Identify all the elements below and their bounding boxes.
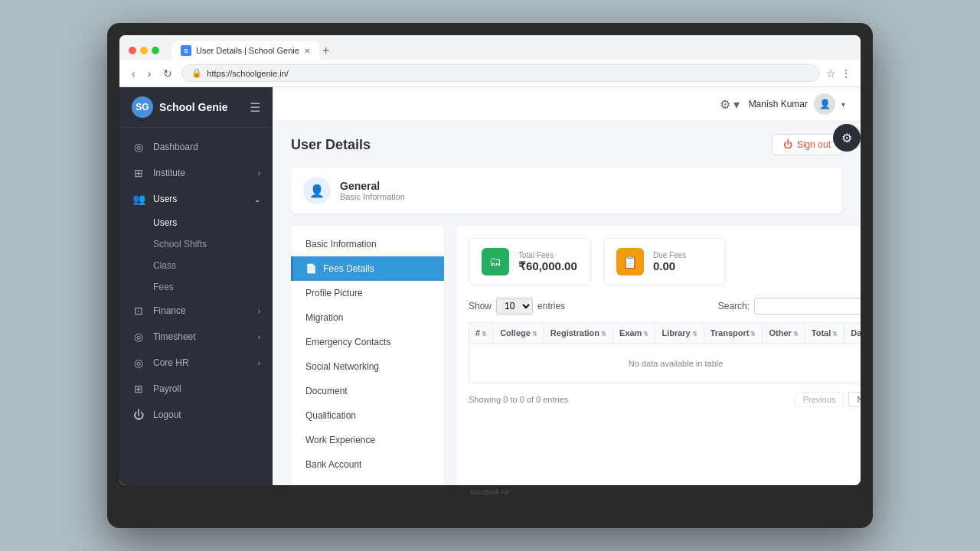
- entries-label: entries: [537, 301, 565, 311]
- col-total: Total⇅: [805, 323, 844, 344]
- sidebar-item-timesheet[interactable]: ◎ Timesheet ›: [119, 324, 273, 350]
- settings-icon: ⚙: [720, 97, 730, 112]
- timesheet-icon: ◎: [132, 331, 145, 343]
- table-footer: Showing 0 to 0 of 0 entries Previous Nex…: [469, 392, 861, 407]
- sidebar-item-logout[interactable]: ⏻ Logout: [119, 402, 273, 428]
- prev-button[interactable]: Previous: [795, 392, 844, 407]
- institute-icon: ⊞: [132, 167, 145, 179]
- address-bar[interactable]: 🔒 https://schoolgenie.in/: [181, 64, 820, 82]
- signout-label: Sign out: [797, 139, 831, 150]
- minimize-button[interactable]: [140, 47, 148, 54]
- user-banner: 👤 General Basic Information: [291, 168, 842, 214]
- sidebar-item-institute[interactable]: ⊞ Institute ›: [119, 160, 273, 186]
- menu-item-document[interactable]: Document: [291, 379, 444, 403]
- settings-button[interactable]: ⚙ ▾: [720, 97, 740, 112]
- fees-table: #⇅ College⇅ Registration⇅: [469, 322, 861, 384]
- finance-chevron: ›: [258, 307, 260, 315]
- browser-tab[interactable]: S User Details | School Genie ✕: [172, 41, 319, 60]
- menu-item-profile-picture[interactable]: Profile Picture: [291, 281, 444, 305]
- maximize-button[interactable]: [152, 47, 159, 54]
- signout-button[interactable]: ⏻ Sign out: [772, 134, 842, 155]
- social-networking-label: Social Networking: [305, 361, 379, 372]
- search-input[interactable]: [754, 298, 861, 315]
- new-tab-button[interactable]: +: [322, 44, 329, 57]
- fees-label: Fees: [153, 282, 174, 292]
- next-button[interactable]: Next: [848, 392, 861, 407]
- sidebar-label-institute: Institute: [153, 168, 185, 178]
- pagination: Previous Next: [795, 392, 861, 407]
- sidebar-item-users[interactable]: 👥 Users ⌄: [119, 186, 273, 212]
- back-button[interactable]: ‹: [129, 66, 139, 81]
- user-banner-avatar: 👤: [303, 177, 331, 204]
- url-text: https://schoolgenie.in/: [207, 69, 288, 78]
- user-banner-sub: Basic Information: [340, 192, 405, 201]
- sidebar-item-fees[interactable]: Fees: [119, 276, 273, 298]
- users-chevron: ⌄: [254, 195, 260, 204]
- total-fees-card: 🗂 Total Fees ₹60,000.00: [469, 238, 591, 285]
- menu-item-basic-info[interactable]: Basic Information: [291, 232, 444, 256]
- bookmark-icon[interactable]: ☆: [826, 67, 836, 80]
- institute-chevron: ›: [258, 169, 260, 178]
- class-label: Class: [153, 260, 176, 271]
- sidebar-item-dashboard[interactable]: ◎ Dashboard: [119, 134, 273, 160]
- sidebar-label-timesheet: Timesheet: [153, 331, 196, 342]
- no-data-cell: No data available in table: [469, 344, 861, 384]
- dashboard-icon: ◎: [132, 141, 145, 153]
- refresh-button[interactable]: ↻: [160, 66, 175, 81]
- menu-item-change-password[interactable]: Change Password: [291, 477, 444, 485]
- payroll-icon: ⊞: [132, 383, 145, 395]
- document-label: Document: [305, 386, 348, 396]
- sidebar-label-logout: Logout: [153, 409, 181, 420]
- tab-close-button[interactable]: ✕: [304, 47, 310, 55]
- sidebar-item-class[interactable]: Class: [119, 255, 273, 276]
- main-content: ⚙ ▾ Manish Kumar 👤 ▾ User Details ⏻: [273, 87, 861, 485]
- change-password-label: Change Password: [305, 484, 381, 485]
- sidebar-item-core-hr[interactable]: ◎ Core HR ›: [119, 350, 273, 376]
- entries-select[interactable]: 10 25 50: [496, 298, 533, 315]
- more-icon[interactable]: ⋮: [841, 67, 851, 80]
- user-name: Manish Kumar: [749, 99, 808, 109]
- sidebar: SG School Genie ☰ ◎ Dashboard ⊞ Institut…: [119, 87, 273, 485]
- due-fees-value: 0.00: [653, 259, 686, 272]
- sidebar-item-payroll[interactable]: ⊞ Payroll: [119, 376, 273, 402]
- logout-icon: ⏻: [132, 409, 145, 421]
- menu-item-qualification[interactable]: Qualification: [291, 403, 444, 428]
- forward-button[interactable]: ›: [145, 66, 155, 81]
- search-label: Search:: [718, 301, 750, 311]
- timesheet-chevron: ›: [258, 333, 260, 341]
- fees-details-label: Fees Details: [323, 263, 374, 274]
- close-button[interactable]: [129, 47, 136, 54]
- fees-details-icon: 📄: [305, 263, 317, 274]
- bank-account-label: Bank Account: [305, 459, 361, 470]
- menu-item-social-networking[interactable]: Social Networking: [291, 354, 444, 379]
- users-icon: 👥: [132, 193, 145, 205]
- profile-picture-label: Profile Picture: [305, 288, 363, 298]
- tab-title: User Details | School Genie: [196, 46, 299, 55]
- table-controls: Show 10 25 50 entries Search:: [469, 298, 861, 315]
- sidebar-label-core-hr: Core HR: [153, 357, 189, 368]
- sidebar-item-users-sub[interactable]: Users: [119, 212, 273, 233]
- menu-item-work-experience[interactable]: Work Experience: [291, 428, 444, 452]
- col-other: Other⇅: [763, 323, 805, 344]
- menu-item-fees-details[interactable]: 📄 Fees Details: [291, 256, 444, 281]
- sidebar-item-school-shifts[interactable]: School Shifts: [119, 233, 273, 255]
- sidebar-label-dashboard: Dashboard: [153, 142, 198, 152]
- menu-item-emergency-contacts[interactable]: Emergency Contacts: [291, 330, 444, 354]
- col-transport: Transport⇅: [704, 323, 763, 344]
- fees-summary: 🗂 Total Fees ₹60,000.00 📋 Due: [469, 238, 861, 285]
- settings-chevron: ▾: [733, 97, 740, 112]
- users-sub-label: Users: [153, 217, 177, 228]
- basic-info-label: Basic Information: [305, 239, 377, 249]
- menu-item-migration[interactable]: Migration: [291, 305, 444, 330]
- float-gear-button[interactable]: ⚙: [833, 124, 861, 152]
- hamburger-icon[interactable]: ☰: [250, 100, 260, 115]
- school-shifts-label: School Shifts: [153, 239, 207, 249]
- sidebar-label-payroll: Payroll: [153, 383, 181, 394]
- col-library: Library⇅: [655, 323, 704, 344]
- sidebar-nav: ◎ Dashboard ⊞ Institute › 👥 Users ⌄: [119, 128, 273, 485]
- top-bar: ⚙ ▾ Manish Kumar 👤 ▾: [273, 87, 861, 122]
- menu-item-bank-account[interactable]: Bank Account: [291, 452, 444, 477]
- sidebar-item-finance[interactable]: ⊡ Finance ›: [119, 298, 273, 324]
- tab-favicon: S: [181, 45, 191, 56]
- page-body: User Details ⏻ Sign out 👤 General Basic …: [273, 122, 861, 485]
